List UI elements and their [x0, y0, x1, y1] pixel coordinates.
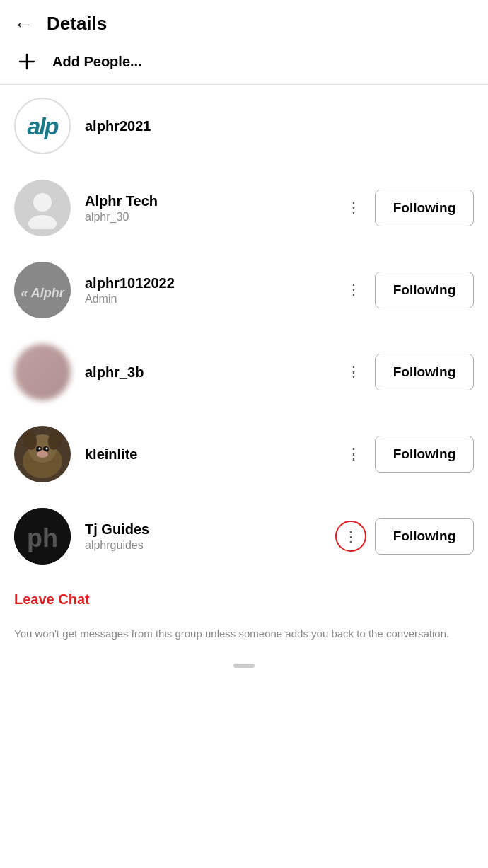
add-people-label: Add People...	[52, 54, 142, 70]
svg-point-14	[46, 448, 48, 450]
leave-chat-button[interactable]: Leave Chat	[14, 591, 90, 607]
member-name: alphr2021	[85, 118, 474, 134]
following-button[interactable]: Following	[375, 272, 474, 308]
svg-text:ph: ph	[27, 523, 58, 552]
member-list: alp alphr2021 Alphr Tech alphr_30 ⋮ Foll…	[0, 85, 488, 577]
back-button[interactable]: ←	[14, 15, 33, 33]
list-item: « Alphr alphr1012022 Admin ⋮ Following	[0, 249, 488, 331]
following-button[interactable]: Following	[375, 190, 474, 226]
member-info: alphr_3b	[85, 364, 341, 381]
member-sub: Admin	[85, 293, 341, 306]
member-sub: alphrguides	[85, 539, 335, 552]
avatar: ph	[14, 508, 71, 565]
more-options-icon-highlighted[interactable]: ⋮	[335, 521, 366, 552]
leave-chat-section[interactable]: Leave Chat	[0, 577, 488, 615]
following-button[interactable]: Following	[375, 436, 474, 473]
add-people-icon	[14, 49, 40, 74]
member-name: alphr1012022	[85, 275, 341, 291]
footer-note-text: You won't get messages from this group u…	[14, 626, 474, 642]
member-sub: alphr_30	[85, 211, 341, 224]
member-name: kleinlite	[85, 446, 341, 463]
member-info: alphr2021	[85, 118, 474, 134]
svg-point-13	[39, 448, 41, 450]
list-item: alphr_3b ⋮ Following	[0, 331, 488, 413]
header: ← Details	[0, 0, 488, 42]
more-options-icon[interactable]: ⋮	[341, 273, 366, 307]
member-info: Alphr Tech alphr_30	[85, 193, 341, 224]
avatar-text: alp	[27, 112, 57, 140]
scroll-indicator	[0, 664, 488, 675]
svg-point-3	[28, 215, 57, 229]
member-info: kleinlite	[85, 446, 341, 463]
list-item: ph Tj Guides alphrguides ⋮ Following	[0, 495, 488, 577]
add-people-row[interactable]: Add People...	[0, 42, 488, 84]
scroll-dot	[233, 664, 255, 668]
footer-note: You won't get messages from this group u…	[0, 615, 488, 664]
svg-point-16	[40, 450, 45, 456]
svg-text:« Alphr: « Alphr	[21, 286, 64, 300]
list-item: Alphr Tech alphr_30 ⋮ Following	[0, 167, 488, 249]
member-info: Tj Guides alphrguides	[85, 521, 335, 552]
avatar: « Alphr	[14, 262, 71, 318]
more-options-icon[interactable]: ⋮	[341, 437, 366, 471]
more-options-icon[interactable]: ⋮	[341, 355, 366, 389]
list-item: alp alphr2021	[0, 85, 488, 167]
list-item: kleinlite ⋮ Following	[0, 413, 488, 495]
following-button[interactable]: Following	[375, 354, 474, 390]
member-info: alphr1012022 Admin	[85, 275, 341, 306]
avatar	[14, 426, 71, 482]
following-button[interactable]: Following	[375, 518, 474, 555]
avatar	[14, 344, 71, 400]
more-options-icon[interactable]: ⋮	[341, 191, 366, 225]
page-title: Details	[47, 13, 107, 35]
avatar: alp	[14, 98, 71, 154]
member-name: Alphr Tech	[85, 193, 341, 209]
member-name: alphr_3b	[85, 364, 341, 381]
avatar	[14, 180, 71, 236]
svg-point-2	[33, 193, 52, 212]
member-name: Tj Guides	[85, 521, 335, 538]
